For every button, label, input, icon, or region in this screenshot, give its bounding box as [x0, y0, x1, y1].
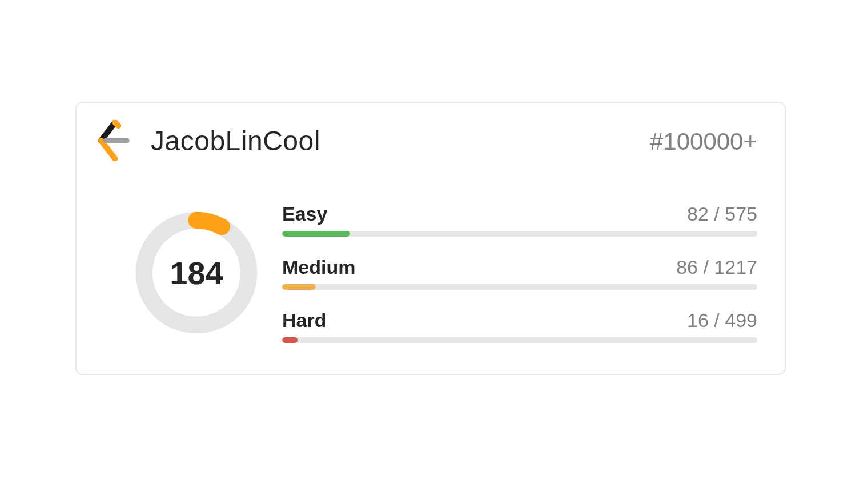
difficulty-row-easy: Easy82 / 575 — [282, 203, 757, 237]
difficulty-count: 86 / 1217 — [676, 256, 757, 278]
progress-track — [282, 337, 757, 343]
difficulty-row-medium: Medium86 / 1217 — [282, 256, 757, 290]
stats-card: JacobLinCool #100000+ 184 Easy82 / 575Me… — [75, 102, 786, 375]
total-solved-ring: 184 — [111, 210, 282, 336]
rank-text: #100000+ — [650, 128, 757, 155]
difficulty-count: 16 / 499 — [687, 309, 757, 332]
progress-fill — [282, 231, 350, 237]
progress-fill — [282, 337, 298, 343]
leetcode-icon — [94, 120, 135, 161]
progress-track — [282, 231, 757, 237]
difficulty-label: Easy — [282, 203, 327, 225]
total-solved-count: 184 — [134, 210, 259, 336]
difficulty-label: Hard — [282, 309, 326, 332]
difficulty-label: Medium — [282, 256, 355, 278]
difficulty-bars: Easy82 / 575Medium86 / 1217Hard16 / 499 — [282, 203, 757, 343]
username: JacobLinCool — [151, 125, 320, 157]
card-body: 184 Easy82 / 575Medium86 / 1217Hard16 / … — [111, 194, 757, 351]
progress-fill — [282, 284, 316, 290]
progress-track — [282, 284, 757, 290]
difficulty-row-hard: Hard16 / 499 — [282, 309, 757, 343]
difficulty-count: 82 / 575 — [687, 203, 757, 225]
